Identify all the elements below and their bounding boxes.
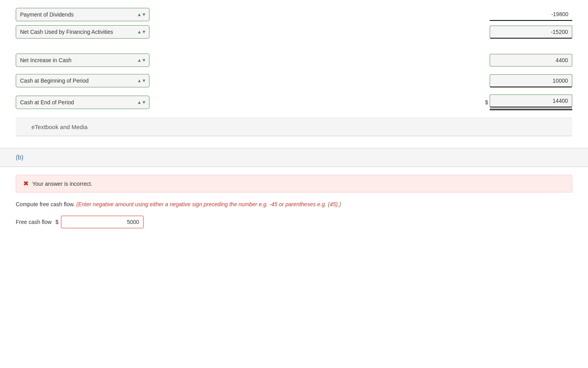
cash-beginning-value-area — [149, 74, 572, 87]
cash-beginning-select[interactable]: Cash at Beginning of Period — [16, 74, 149, 87]
net-cash-financing-select-wrapper: Net Cash Used by Financing Activities ▲▼ — [16, 25, 149, 39]
payment-dividends-row: Payment of Dividends ▲▼ — [16, 8, 572, 21]
net-increase-cash-row: Net Increase in Cash ▲▼ — [16, 54, 572, 67]
payment-dividends-select[interactable]: Payment of Dividends — [16, 8, 149, 21]
free-cashflow-label: Free cash flow — [16, 219, 52, 225]
free-cashflow-row: Free cash flow $ — [16, 216, 572, 228]
cash-beginning-row: Cash at Beginning of Period ▲▼ — [16, 74, 572, 87]
cash-end-dollar-sign: $ — [485, 99, 488, 105]
section-b-label: (b) — [16, 154, 24, 161]
cash-end-select-wrapper: Cash at End of Period ▲▼ — [16, 96, 149, 109]
instructions-hint: (Enter negative amount using either a ne… — [76, 201, 341, 207]
error-icon: ✖ — [23, 180, 28, 187]
net-increase-cash-value-area — [149, 54, 572, 67]
section-b-header: (b) — [0, 148, 588, 167]
net-cash-financing-row: Net Cash Used by Financing Activities ▲▼ — [16, 25, 572, 39]
net-cash-financing-input[interactable] — [490, 26, 572, 39]
cash-end-row: Cash at End of Period ▲▼ $ — [16, 94, 572, 110]
cash-end-value-area: $ — [149, 94, 572, 110]
cash-beginning-input[interactable] — [490, 74, 572, 87]
etextbook-label: eTextbook and Media — [31, 124, 88, 130]
net-increase-cash-input[interactable] — [490, 54, 572, 67]
free-cashflow-dollar-sign: $ — [55, 219, 59, 225]
payment-dividends-value-area — [149, 8, 572, 21]
cash-end-select[interactable]: Cash at End of Period — [16, 96, 149, 109]
error-banner: ✖ Your answer is incorrect. — [16, 175, 572, 192]
net-increase-cash-select-wrapper: Net Increase in Cash ▲▼ — [16, 54, 149, 67]
section-b-content: ✖ Your answer is incorrect. Compute free… — [0, 167, 588, 240]
instructions-main: Compute free cash flow. — [16, 201, 75, 207]
cash-end-input[interactable] — [490, 94, 572, 107]
net-cash-financing-select[interactable]: Net Cash Used by Financing Activities — [16, 25, 149, 39]
net-increase-cash-select[interactable]: Net Increase in Cash — [16, 54, 149, 67]
net-cash-financing-value-area — [149, 26, 572, 39]
payment-dividends-select-wrapper: Payment of Dividends ▲▼ — [16, 8, 149, 21]
error-message: Your answer is incorrect. — [32, 181, 92, 187]
cash-end-double-underline — [490, 94, 572, 110]
etextbook-section: eTextbook and Media — [16, 118, 572, 136]
cash-beginning-select-wrapper: Cash at Beginning of Period ▲▼ — [16, 74, 149, 87]
free-cashflow-input[interactable] — [61, 216, 144, 228]
instructions-text: Compute free cash flow. (Enter negative … — [16, 200, 572, 209]
payment-dividends-input[interactable] — [490, 8, 572, 21]
